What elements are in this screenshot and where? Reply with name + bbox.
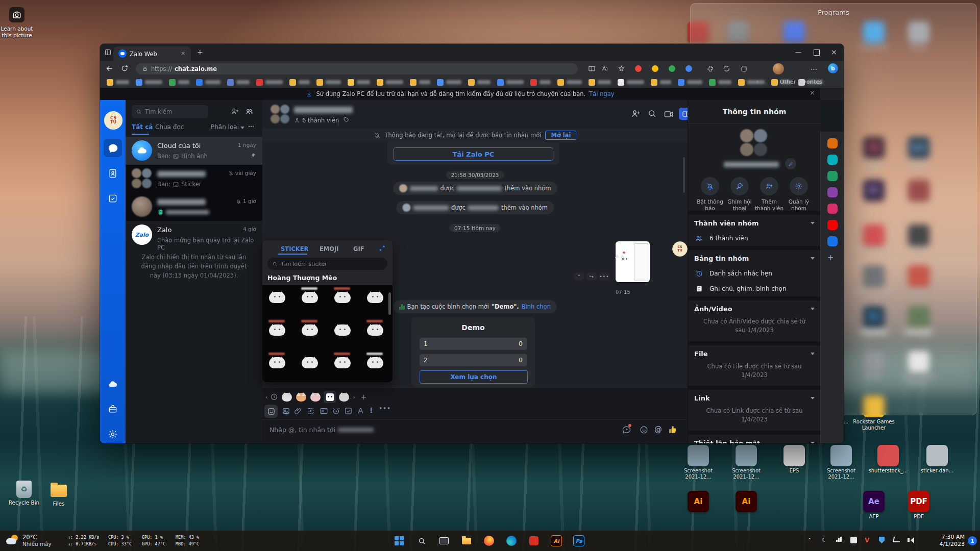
tab-actions-icon[interactable] <box>104 48 112 56</box>
bookmark-item[interactable] <box>410 79 430 86</box>
nav-settings[interactable] <box>108 429 118 439</box>
address-bar[interactable]: https:// chat.zalo.me <box>136 63 578 74</box>
taskbar-win[interactable] <box>393 534 406 547</box>
sticker-item[interactable] <box>360 350 389 375</box>
group-action-add-member[interactable]: Thêm thành viên <box>754 177 784 212</box>
bookmark-item[interactable] <box>377 79 403 86</box>
tab-all[interactable]: Tất cả <box>132 123 153 131</box>
sticker-item[interactable] <box>262 318 291 342</box>
attachment-tool-icon[interactable] <box>294 407 303 415</box>
checklist-tool-icon[interactable] <box>344 407 353 415</box>
back-icon[interactable] <box>105 64 114 73</box>
sender-avatar[interactable]: CSTU <box>672 241 688 257</box>
desktop-icon-pdf[interactable]: PDFPDF <box>896 491 941 520</box>
bookmark-item[interactable] <box>678 79 702 86</box>
desktop-icon-screenshot[interactable]: Screenshot2021-12... <box>819 445 864 480</box>
more-tools-icon[interactable]: ••• <box>379 405 391 412</box>
edit-name-icon[interactable] <box>785 158 796 169</box>
poll-option[interactable]: 10 <box>420 338 527 350</box>
taskbar-clock[interactable]: 7:30 AM4/1/2023 <box>940 534 965 548</box>
bookmark-item[interactable] <box>437 79 461 86</box>
sticker-item[interactable] <box>360 285 389 310</box>
bookmark-item[interactable] <box>348 79 370 86</box>
group-action-pin[interactable]: Ghim hội thoại <box>725 177 754 212</box>
image-tool-icon[interactable] <box>282 407 290 415</box>
poll-vote-link[interactable]: Bình chọn <box>522 303 551 310</box>
sticker-search-input[interactable]: Tìm kiếm sticker <box>267 258 387 270</box>
taskbar-edge[interactable] <box>505 534 518 547</box>
weather-condition[interactable]: Nhiều mây <box>22 541 52 547</box>
notification-badge[interactable]: 1 <box>968 536 977 545</box>
add-sticker-pack-icon[interactable]: + <box>361 393 367 401</box>
bookmark-item[interactable] <box>169 79 189 86</box>
sidebar-app-icon[interactable] <box>827 138 838 148</box>
video-call-icon[interactable] <box>664 109 674 119</box>
download-zalo-button[interactable]: Tải Zalo PC <box>394 147 553 161</box>
sync-icon[interactable] <box>723 65 730 72</box>
sidebar-app-icon[interactable] <box>827 155 838 165</box>
sticker-item[interactable] <box>262 350 291 375</box>
extension-icons[interactable] <box>635 65 692 72</box>
taskbar-firefox[interactable] <box>482 534 496 547</box>
group-avatar[interactable] <box>271 105 289 123</box>
format-tool-icon[interactable] <box>356 407 365 415</box>
info-section-row[interactable]: Ghi chú, ghim, bình chọn <box>688 281 821 296</box>
extension-icon[interactable] <box>652 65 658 72</box>
add-member-icon[interactable] <box>631 109 641 119</box>
tray-chev-icon[interactable]: ⌃ <box>807 537 812 543</box>
nav-contacts[interactable] <box>108 168 118 179</box>
group-avatar-large[interactable] <box>740 129 767 156</box>
create-group-icon[interactable] <box>245 107 254 116</box>
reload-icon[interactable] <box>120 64 129 72</box>
other-favorites-label[interactable]: Other favorites <box>780 79 822 85</box>
info-section-header[interactable]: Thành viên nhóm <box>688 215 821 231</box>
reminder-tool-icon[interactable] <box>332 407 340 415</box>
collections-icon[interactable] <box>740 65 748 72</box>
recycle-bin[interactable]: ♻ Recycle Bin <box>7 481 41 506</box>
info-section-header[interactable]: Bảng tin nhóm <box>688 250 821 266</box>
browser-menu-icon[interactable]: … <box>811 64 818 71</box>
taskbar-task[interactable] <box>437 534 451 547</box>
recent-sticker[interactable] <box>324 391 336 403</box>
info-section-header[interactable]: File <box>688 345 821 361</box>
tab-sticker[interactable]: STICKER <box>281 245 308 253</box>
desktop-icon-sticker-dan-[interactable]: sticker-dan... <box>915 445 960 474</box>
bookmark-item[interactable] <box>530 79 551 86</box>
member-count[interactable]: 6 thành viên <box>302 117 339 124</box>
tray-vol-icon[interactable] <box>908 537 914 543</box>
desktop-icon-aep[interactable]: AeAEP <box>851 491 896 520</box>
puzzle-extensions-icon[interactable] <box>706 65 714 72</box>
chat-list-item[interactable]: Cloud của tôiBạn: Hình ảnh1 ngày <box>126 137 262 165</box>
mention-icon[interactable]: @ <box>654 425 662 434</box>
bookmark-item[interactable] <box>136 79 162 86</box>
taskbar-search[interactable] <box>415 534 428 547</box>
nav-messages[interactable] <box>104 139 122 157</box>
tray-v-icon[interactable]: V <box>865 537 869 544</box>
extension-icon[interactable] <box>685 65 692 72</box>
sticker-item[interactable] <box>295 350 324 375</box>
extension-icon[interactable] <box>669 65 675 72</box>
bookmark-item[interactable] <box>468 79 491 86</box>
chat-list-more-icon[interactable]: … <box>248 121 254 129</box>
nav-toolkit[interactable] <box>108 404 118 414</box>
extension-icon[interactable] <box>635 65 642 72</box>
search-messages-icon[interactable] <box>647 109 657 118</box>
tab-gif[interactable]: GIF <box>353 245 364 253</box>
tab-close-icon[interactable]: × <box>181 50 185 57</box>
chat-list-item[interactable]: 1 giờ <box>126 193 262 221</box>
bookmark-item[interactable] <box>316 79 341 86</box>
bookmark-item[interactable] <box>618 79 644 86</box>
sticker-item[interactable] <box>295 318 324 342</box>
bookmark-item[interactable] <box>651 79 671 86</box>
desktop-icon-shutterstock-[interactable]: shutterstock_... <box>866 445 911 474</box>
search-input[interactable]: Tìm kiếm <box>132 105 208 118</box>
maximize-button[interactable] <box>814 49 820 56</box>
priority-tool-icon[interactable]: ! <box>370 406 373 414</box>
strip-prev-icon[interactable]: ‹ <box>265 394 267 400</box>
info-section-header[interactable]: Thiết lập bảo mật <box>688 435 821 444</box>
bookmark-item[interactable] <box>589 79 611 86</box>
sidebar-app-icon[interactable] <box>827 187 838 197</box>
bookmark-item[interactable] <box>497 79 524 86</box>
tray-moon-icon[interactable]: ☾ <box>822 537 827 543</box>
info-section-row[interactable]: Danh sách nhắc hẹn <box>688 266 821 281</box>
